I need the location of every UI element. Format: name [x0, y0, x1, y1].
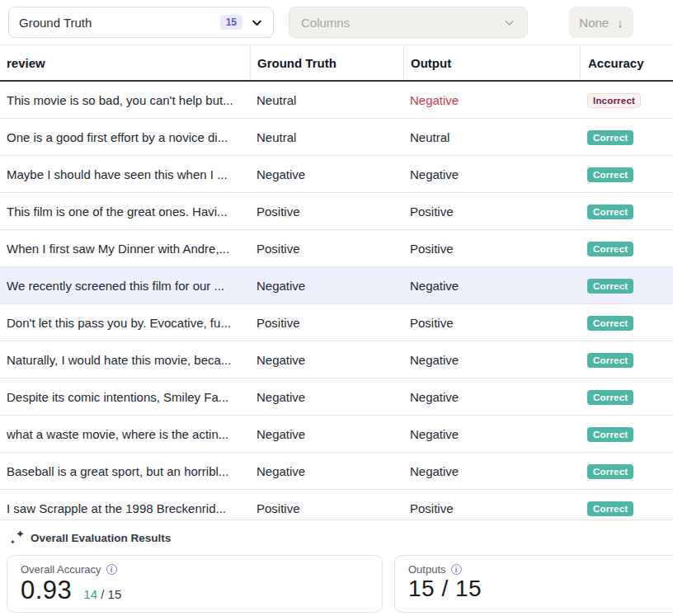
review-cell: Despite its comic intentions, Smiley Fa.…	[0, 390, 250, 404]
ground-truth-cell: Neutral	[250, 93, 403, 107]
accuracy-badge: Correct	[587, 130, 633, 145]
outputs-card-values: 15 / 15	[408, 576, 673, 602]
accuracy-cell: Correct	[580, 501, 673, 516]
accuracy-badge: Correct	[587, 353, 633, 368]
accuracy-card-label: Overall Accuracy	[21, 563, 101, 576]
accuracy-badge: Correct	[587, 501, 633, 516]
table-row[interactable]: Maybe I should have seen this when I ...…	[0, 156, 673, 193]
review-cell: Don't let this pass you by. Evocative, f…	[0, 316, 250, 330]
output-cell: Negative	[403, 93, 580, 107]
accuracy-cell: Correct	[580, 241, 673, 256]
info-icon[interactable]: i	[451, 564, 462, 575]
accuracy-cell: Incorrect	[580, 92, 673, 108]
header-cell-accuracy: Accuracy	[580, 45, 673, 80]
sparkles-icon: ✦ ✦	[10, 530, 25, 545]
header-cell-ground-truth: Ground Truth	[250, 45, 403, 80]
table-row[interactable]: what a waste movie, where is the actin..…	[0, 416, 673, 453]
ground-truth-cell: Negative	[250, 427, 403, 441]
eval-results-app: Ground Truth 15 Columns None ↓ review Gr…	[0, 0, 673, 616]
accuracy-fraction-numerator: 14	[83, 587, 97, 601]
output-cell: Neutral	[403, 130, 580, 144]
overall-results-panel: ✦ ✦ Overall Evaluation Results Overall A…	[0, 520, 673, 616]
outputs-card-label-row: Outputs i	[408, 563, 673, 576]
table-row[interactable]: Don't let this pass you by. Evocative, f…	[0, 304, 673, 341]
accuracy-card-label-row: Overall Accuracy i	[21, 563, 369, 576]
table-row[interactable]: Naturally, I would hate this movie, beca…	[0, 341, 673, 379]
output-cell: Negative	[403, 464, 580, 478]
ground-truth-cell: Positive	[250, 316, 403, 330]
outputs-card-label: Outputs	[408, 563, 446, 576]
table-header: review Ground Truth Output Accuracy	[0, 45, 673, 82]
review-cell: When I first saw My Dinner with Andre,..…	[0, 242, 250, 256]
accuracy-badge: Correct	[587, 205, 633, 219]
table-row[interactable]: I saw Scrapple at the 1998 Breckenrid...…	[0, 490, 673, 520]
review-cell: I saw Scrapple at the 1998 Breckenrid...	[0, 501, 250, 515]
overall-accuracy-card: Overall Accuracy i 0.93 14 / 15	[7, 555, 383, 613]
accuracy-badge: Correct	[587, 316, 633, 331]
accuracy-badge: Correct	[587, 279, 633, 294]
results-panel-header: ✦ ✦ Overall Evaluation Results	[0, 527, 673, 545]
results-cards: Overall Accuracy i 0.93 14 / 15 Outputs …	[7, 555, 673, 613]
table-row[interactable]: This film is one of the great ones. Havi…	[0, 193, 673, 230]
output-cell: Negative	[403, 167, 580, 181]
results-panel-title: Overall Evaluation Results	[31, 532, 171, 544]
table-row[interactable]: We recently screened this film for our .…	[0, 267, 673, 304]
ground-truth-cell: Positive	[250, 501, 403, 515]
review-cell: what a waste movie, where is the actin..…	[0, 427, 250, 441]
columns-dropdown[interactable]: Columns	[289, 7, 528, 38]
accuracy-badge: Correct	[587, 464, 633, 479]
ground-truth-cell: Negative	[250, 464, 403, 478]
chevron-down-icon	[251, 16, 263, 29]
accuracy-value: 0.93	[21, 576, 72, 605]
table-row[interactable]: When I first saw My Dinner with Andre,..…	[0, 230, 673, 267]
ground-truth-cell: Positive	[250, 242, 403, 256]
accuracy-fraction-denominator: 15	[108, 587, 122, 601]
accuracy-badge: Correct	[587, 167, 633, 182]
accuracy-cell: Correct	[580, 167, 673, 182]
ground-truth-filter-dropdown[interactable]: Ground Truth 15	[8, 7, 274, 38]
output-cell: Positive	[403, 316, 580, 330]
accuracy-badge: Correct	[587, 427, 633, 442]
review-cell: This movie is so bad, you can't help but…	[0, 93, 250, 107]
columns-label: Columns	[301, 16, 350, 30]
header-cell-output: Output	[403, 45, 580, 80]
output-cell: Negative	[403, 390, 580, 404]
accuracy-card-values: 0.93 14 / 15	[21, 576, 369, 605]
output-cell: Negative	[403, 427, 580, 441]
table-row[interactable]: One is a good first effort by a novice d…	[0, 119, 673, 156]
accuracy-badge: Correct	[587, 242, 633, 256]
review-cell: Baseball is a great sport, but an horrib…	[0, 464, 250, 478]
filter-label: Ground Truth	[19, 16, 92, 30]
sort-label: None	[579, 16, 609, 30]
table-row[interactable]: Despite its comic intentions, Smiley Fa.…	[0, 379, 673, 416]
table-row[interactable]: Baseball is a great sport, but an horrib…	[0, 453, 673, 490]
output-cell: Positive	[403, 501, 580, 515]
accuracy-cell: Correct	[580, 278, 673, 294]
toolbar: Ground Truth 15 Columns None ↓	[0, 0, 673, 45]
arrow-down-icon: ↓	[617, 16, 624, 30]
info-icon[interactable]: i	[106, 564, 117, 575]
ground-truth-cell: Negative	[250, 279, 403, 293]
accuracy-cell: Correct	[580, 389, 673, 405]
outputs-card: Outputs i 15 / 15	[394, 555, 673, 613]
filter-count-badge: 15	[220, 15, 242, 30]
outputs-value: 15 / 15	[408, 576, 482, 602]
output-cell: Negative	[403, 353, 580, 367]
output-cell: Positive	[403, 242, 580, 256]
ground-truth-cell: Negative	[250, 390, 403, 404]
sort-button[interactable]: None ↓	[569, 7, 633, 38]
accuracy-cell: Correct	[580, 204, 673, 219]
ground-truth-cell: Positive	[250, 205, 403, 219]
review-cell: We recently screened this film for our .…	[0, 279, 250, 293]
accuracy-cell: Correct	[580, 352, 673, 368]
accuracy-cell: Correct	[580, 315, 673, 331]
chevron-down-icon	[503, 16, 515, 29]
accuracy-fraction: 14 / 15	[83, 587, 121, 601]
accuracy-badge: Incorrect	[587, 93, 641, 108]
review-cell: One is a good first effort by a novice d…	[0, 130, 250, 144]
review-cell: Naturally, I would hate this movie, beca…	[0, 353, 250, 367]
ground-truth-cell: Negative	[250, 167, 403, 181]
output-cell: Positive	[403, 205, 580, 219]
table-row[interactable]: This movie is so bad, you can't help but…	[0, 82, 673, 119]
accuracy-cell: Correct	[580, 129, 673, 145]
